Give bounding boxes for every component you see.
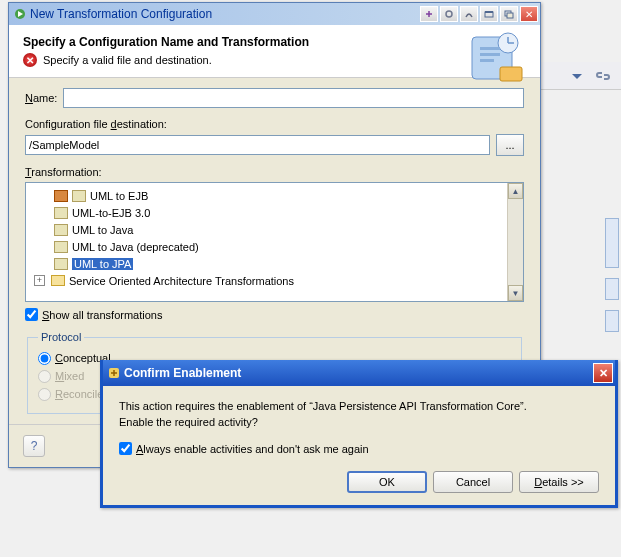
show-all-checkbox[interactable] bbox=[25, 308, 38, 321]
tree-item-selected[interactable]: UML to JPA bbox=[54, 255, 521, 272]
wizard-heading: Specify a Configuration Name and Transfo… bbox=[23, 35, 526, 49]
confirm-close-button[interactable]: ✕ bbox=[593, 363, 613, 383]
details-button[interactable]: Details >> bbox=[519, 471, 599, 493]
transform-node-icon bbox=[54, 207, 68, 219]
error-icon: ✕ bbox=[23, 53, 37, 67]
tree-scrollbar[interactable]: ▲ ▼ bbox=[507, 183, 523, 301]
scroll-up-icon[interactable]: ▲ bbox=[508, 183, 523, 199]
transform-node-icon bbox=[54, 190, 68, 202]
titlebar-button-group: ✕ bbox=[420, 6, 538, 22]
confirm-button-row: OK Cancel Details >> bbox=[119, 471, 599, 493]
always-enable-checkbox[interactable] bbox=[119, 442, 132, 455]
svg-rect-7 bbox=[500, 67, 522, 81]
always-enable-label: Always enable activities and don't ask m… bbox=[136, 443, 369, 455]
link-icon bbox=[595, 68, 611, 84]
wizard-header-image bbox=[466, 31, 530, 85]
radio-mixed-input bbox=[38, 370, 51, 383]
bg-frag-2 bbox=[605, 278, 619, 300]
show-all-label: Show all transformations bbox=[42, 309, 162, 321]
tree-item[interactable]: UML-to-EJB 3.0 bbox=[54, 204, 521, 221]
radio-reconciled-input bbox=[38, 388, 51, 401]
radio-mixed-label: Mixed bbox=[55, 370, 84, 382]
protocol-legend: Protocol bbox=[38, 331, 84, 343]
activity-icon bbox=[107, 366, 121, 380]
tree-item[interactable]: UML to EJB bbox=[54, 187, 521, 204]
svg-rect-8 bbox=[480, 47, 500, 50]
svg-rect-10 bbox=[480, 59, 494, 62]
ok-button[interactable]: OK bbox=[347, 471, 427, 493]
confirm-dialog: Confirm Enablement ✕ This action require… bbox=[100, 360, 618, 508]
svg-point-1 bbox=[446, 11, 452, 17]
svg-rect-4 bbox=[507, 13, 513, 18]
destination-input[interactable] bbox=[25, 135, 490, 155]
tree-item[interactable]: UML to Java (deprecated) bbox=[54, 238, 521, 255]
tb-icon-1[interactable] bbox=[420, 6, 438, 22]
help-button[interactable]: ? bbox=[23, 435, 45, 457]
transform-node-icon bbox=[72, 190, 86, 202]
confirm-message-2: Enable the required activity? bbox=[119, 416, 599, 428]
confirm-titlebar[interactable]: Confirm Enablement ✕ bbox=[103, 360, 615, 386]
transform-node-icon bbox=[54, 224, 68, 236]
wizard-titlebar[interactable]: New Transformation Configuration ✕ bbox=[9, 3, 540, 25]
transform-icon bbox=[13, 7, 27, 21]
tree-item[interactable]: UML to Java bbox=[54, 221, 521, 238]
scroll-down-icon[interactable]: ▼ bbox=[508, 285, 523, 301]
bg-frag-3 bbox=[605, 310, 619, 332]
tree-group[interactable]: + Service Oriented Architecture Transfor… bbox=[34, 272, 521, 289]
radio-conceptual-input[interactable] bbox=[38, 352, 51, 365]
transformation-label: Transformation: bbox=[25, 166, 524, 178]
transform-node-icon bbox=[54, 258, 68, 270]
confirm-title: Confirm Enablement bbox=[124, 366, 593, 380]
name-label: Name: bbox=[25, 92, 57, 104]
confirm-cancel-button[interactable]: Cancel bbox=[433, 471, 513, 493]
svg-rect-9 bbox=[480, 53, 500, 56]
tb-icon-2[interactable] bbox=[440, 6, 458, 22]
dest-label: Configuration file destination: bbox=[25, 118, 524, 130]
wizard-close-button[interactable]: ✕ bbox=[520, 6, 538, 22]
transformation-tree[interactable]: UML to EJB UML-to-EJB 3.0 UML to Java UM… bbox=[25, 182, 524, 302]
folder-icon bbox=[51, 275, 65, 286]
tb-icon-4[interactable] bbox=[480, 6, 498, 22]
bg-toolbar bbox=[536, 62, 621, 90]
tb-icon-3[interactable] bbox=[460, 6, 478, 22]
bg-frag-1 bbox=[605, 218, 619, 268]
confirm-body: This action requires the enablement of “… bbox=[103, 386, 615, 505]
error-message: Specify a valid file and destination. bbox=[43, 54, 212, 66]
wizard-title: New Transformation Configuration bbox=[30, 7, 420, 21]
expand-icon[interactable]: + bbox=[34, 275, 45, 286]
name-input[interactable] bbox=[63, 88, 524, 108]
transform-node-icon bbox=[54, 241, 68, 253]
browse-button[interactable]: ... bbox=[496, 134, 524, 156]
confirm-message-1: This action requires the enablement of “… bbox=[119, 400, 599, 412]
dropdown-icon bbox=[569, 68, 585, 84]
tb-icon-5[interactable] bbox=[500, 6, 518, 22]
wizard-header: Specify a Configuration Name and Transfo… bbox=[9, 25, 540, 78]
